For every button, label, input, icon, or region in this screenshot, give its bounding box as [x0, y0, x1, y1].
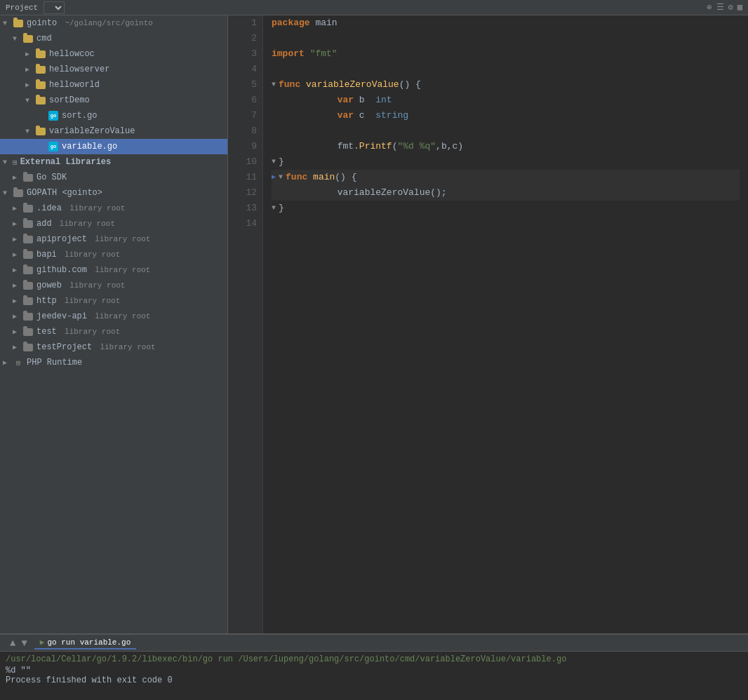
fold-open-11[interactable]: ▶ [272, 170, 276, 185]
root-arrow: ▼ [3, 20, 13, 27]
sidebar-root[interactable]: ▼ gointo ~/golang/src/gointo [0, 15, 227, 31]
code-line-5: ▼func variableZeroValue() { [272, 77, 740, 93]
code-line-13: ▼} [272, 201, 740, 216]
sidebar-item-goweb[interactable]: ▶ goweb library root [0, 278, 227, 293]
hellowserver-folder-icon [35, 64, 46, 75]
sidebar-item-test[interactable]: ▶ test library root [0, 324, 227, 339]
sidebar-item-add[interactable]: ▶ add library root [0, 216, 227, 231]
run-tab[interactable]: ▶ go run variable.go [34, 636, 136, 649]
sidebar-item-helloworld[interactable]: ▶ helloworld [0, 77, 227, 93]
bottom-tab-bar: ▲ ▼ ▶ go run variable.go [0, 635, 748, 652]
sidebar-item-bapi[interactable]: ▶ bapi library root [0, 247, 227, 262]
project-dropdown[interactable] [44, 1, 65, 14]
sidebar-item-sortgo[interactable]: go sort.go [0, 108, 227, 123]
jeedevapi-label: jeedev-api library root [36, 311, 150, 321]
sortdemo-label: sortDemo [49, 95, 90, 105]
sidebar-item-gopath[interactable]: ▼ GOPATH <gointo> [0, 185, 227, 201]
code-line-4 [272, 62, 740, 77]
external-libs-header[interactable]: ▼ ⊞ External Libraries [0, 154, 227, 170]
output-text-2: Process finished with exit code 0 [6, 675, 173, 685]
ln-4: 4 [234, 62, 257, 77]
line-numbers: 1 2 3 4 5 6 7 8 9 10 11 12 13 14 [228, 15, 263, 633]
code-line-6: var b int [272, 93, 740, 108]
variablezeroval-folder-icon [35, 126, 46, 137]
fold-5[interactable]: ▼ [272, 77, 276, 93]
jeedevapi-folder-icon [22, 311, 34, 322]
goweb-folder-icon [22, 280, 34, 291]
ln-9: 9 [234, 139, 257, 154]
sidebar: ▼ gointo ~/golang/src/gointo ▼ cmd ▶ hel… [0, 15, 228, 633]
ln-6: 6 [234, 93, 257, 108]
sidebar-item-http[interactable]: ▶ http library root [0, 293, 227, 309]
cmd-folder-icon [22, 33, 34, 44]
root-folder-icon [13, 18, 24, 29]
sortgo-label: sort.go [62, 111, 97, 121]
fold-11[interactable]: ▼ [279, 170, 283, 185]
token-import: import [272, 46, 305, 62]
sidebar-item-apiproject[interactable]: ▶ apiproject library root [0, 231, 227, 247]
githubcom-label: github.com library root [36, 265, 150, 275]
http-folder-icon [22, 295, 34, 307]
sidebar-item-hellowserver[interactable]: ▶ hellowserver [0, 62, 227, 77]
sidebar-item-phpruntime[interactable]: ▶ ⊞ PHP Runtime [0, 355, 227, 370]
apiproject-folder-icon [22, 234, 34, 245]
cmd-label: cmd [36, 34, 52, 43]
sidebar-item-testproject[interactable]: ▶ testProject library root [0, 339, 227, 355]
sync-icon[interactable]: ⊕ [707, 2, 712, 13]
sidebar-item-variablego[interactable]: go variable.go [0, 139, 227, 154]
token-string: string [375, 108, 408, 123]
nav-up-icon[interactable]: ▲ [8, 636, 17, 650]
bottom-content: /usr/local/Cellar/go/1.9.2/libexec/bin/g… [0, 652, 748, 700]
token-call: variableZeroValue [338, 185, 431, 201]
ln-2: 2 [234, 31, 257, 46]
add-folder-icon [22, 218, 34, 229]
main-layout: ▼ gointo ~/golang/src/gointo ▼ cmd ▶ hel… [0, 15, 748, 633]
token-int: int [375, 93, 392, 108]
output-line-2: Process finished with exit code 0 [6, 675, 742, 685]
githubcom-folder-icon [22, 264, 34, 276]
fold-13[interactable]: ▼ [272, 201, 276, 216]
fold-10[interactable]: ▼ [272, 154, 276, 170]
ext-libs-label: External Libraries [20, 157, 112, 167]
grid-icon[interactable]: ▦ [737, 2, 742, 13]
code-line-8 [272, 123, 740, 139]
testproject-folder-icon [22, 342, 34, 353]
ln-1: 1 [234, 15, 257, 31]
helloworld-folder-icon [35, 79, 46, 90]
ln-5: 5 [234, 77, 257, 93]
ln-8: 8 [234, 123, 257, 139]
ln-7: 7 [234, 108, 257, 123]
sidebar-item-gosdk[interactable]: ▶ Go SDK [0, 170, 227, 185]
sidebar-item-variablezeroval[interactable]: ▼ variableZeroValue [0, 123, 227, 139]
code-line-3: import "fmt" [272, 46, 740, 62]
code-line-11: ▶▼func main() { [272, 170, 740, 185]
gear-icon[interactable]: ⚙ [728, 2, 733, 13]
code-area: 1 2 3 4 5 6 7 8 9 10 11 12 13 14 package… [228, 15, 748, 633]
variablego-label: variable.go [62, 142, 117, 152]
code-line-2 [272, 31, 740, 46]
sidebar-item-cmd[interactable]: ▼ cmd [0, 31, 227, 46]
hellowserver-label: hellowserver [49, 65, 109, 74]
sidebar-item-idea[interactable]: ▶ .idea library root [0, 201, 227, 216]
run-tab-label: go run variable.go [47, 638, 131, 647]
add-label: add library root [36, 219, 115, 229]
gopath-folder-icon [13, 187, 24, 198]
nav-down-icon[interactable]: ▼ [20, 636, 28, 650]
ln-13: 13 [234, 201, 257, 216]
sidebar-item-sortdemo[interactable]: ▼ sortDemo [0, 93, 227, 108]
helloworld-label: helloworld [49, 80, 100, 90]
sidebar-root-label: gointo ~/golang/src/gointo [27, 18, 153, 28]
code-content[interactable]: package main import "fmt" ▼func variable… [263, 15, 748, 633]
list-icon[interactable]: ☰ [716, 2, 724, 13]
code-line-7: var c string [272, 108, 740, 123]
hellowcoc-label: hellowcoc [49, 49, 95, 59]
ln-11: 11 [234, 170, 257, 185]
sortgo-file-icon: go [48, 110, 59, 121]
sidebar-item-hellowcoc[interactable]: ▶ hellowcoc [0, 46, 227, 62]
sidebar-item-githubcom[interactable]: ▶ github.com library root [0, 262, 227, 278]
code-line-10: ▼} [272, 154, 740, 170]
sidebar-item-jeedevapi[interactable]: ▶ jeedev-api library root [0, 309, 227, 324]
token-fmt: "fmt" [310, 46, 338, 62]
hellowcoc-folder-icon [35, 48, 46, 60]
phpruntime-label: PHP Runtime [27, 358, 82, 368]
